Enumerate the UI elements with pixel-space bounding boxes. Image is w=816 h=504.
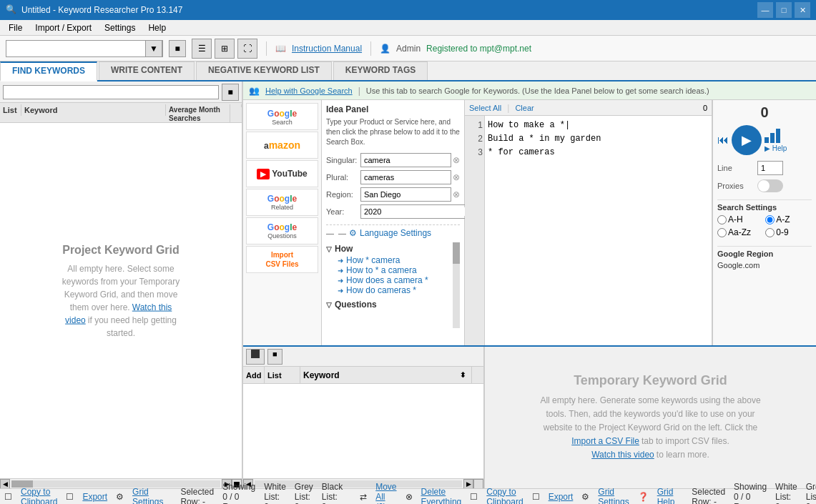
idea-scrollbar[interactable] xyxy=(453,242,460,328)
search-input[interactable] xyxy=(6,44,145,54)
idea-tree-list: ▽ How ➜ How * camera ➜ How to * a camera xyxy=(326,242,453,311)
radio-ah[interactable]: A-H xyxy=(717,214,762,224)
close-button[interactable]: ✕ xyxy=(795,2,810,18)
scroll-left-arrow[interactable]: ◀ xyxy=(0,479,10,489)
how-collapse-icon[interactable]: ▽ xyxy=(326,245,332,253)
copy-to-clipboard-left[interactable]: Copy to Clipboard xyxy=(21,487,57,505)
app-title: Untitled - Keyword Researcher Pro 13.147 xyxy=(21,5,757,15)
engine-youtube[interactable]: ▶ YouTube xyxy=(246,160,318,187)
region-input-wrapper xyxy=(360,187,451,202)
instruction-manual-link[interactable]: Instruction Manual xyxy=(292,44,362,54)
year-label: Year: xyxy=(326,207,360,216)
rc-player: ⏮ ▶ ▶ Help xyxy=(717,125,812,155)
tab-find-keywords[interactable]: FIND KEYWORDS xyxy=(0,61,97,81)
menu-import-export[interactable]: Import / Export xyxy=(29,21,97,34)
radio-aa-zz-label: Aa-Zz xyxy=(728,227,751,237)
grid-settings-left[interactable]: Grid Settings xyxy=(132,487,163,505)
radio-ah-input[interactable] xyxy=(717,215,727,224)
help-icon: 👥 xyxy=(249,86,260,96)
engine-google-search[interactable]: Google Search xyxy=(246,103,318,130)
help-link-rc[interactable]: ▶ Help xyxy=(765,144,787,152)
tabs-row: FIND KEYWORDS WRITE CONTENT NEGATIVE KEY… xyxy=(0,61,816,81)
export-left[interactable]: Export xyxy=(82,492,107,502)
kw-text-area[interactable]: How to make a *| Build a * in my garden … xyxy=(485,116,712,345)
sort-icon[interactable]: ⬍ xyxy=(460,371,468,379)
left-search-input[interactable] xyxy=(3,85,219,99)
region-input[interactable] xyxy=(364,190,448,199)
delete-everything-link[interactable]: Delete Everything xyxy=(421,487,462,505)
export-right[interactable]: Export xyxy=(549,492,574,502)
engine-google-related[interactable]: Google Related xyxy=(246,189,318,216)
bt-left-btn2[interactable]: ■ xyxy=(267,349,282,365)
radio-aa-zz[interactable]: Aa-Zz xyxy=(717,227,762,237)
google-related-logo: Google xyxy=(267,194,297,204)
kw-line-numbers: 1 2 3 xyxy=(465,116,485,345)
play-button[interactable]: ▶ xyxy=(732,125,762,155)
plural-input[interactable] xyxy=(364,173,448,182)
tab-negative-keyword[interactable]: NEGATIVE KEYWORD LIST xyxy=(196,61,332,80)
move-all-link[interactable]: Move All (0) xyxy=(375,482,396,505)
region-clear-icon[interactable]: ⊗ xyxy=(453,189,460,199)
google-region-title: Google Region xyxy=(717,249,812,258)
maximize-button[interactable]: □ xyxy=(776,2,792,18)
idea-tree-questions: ▽ Questions xyxy=(326,298,453,311)
radio-az[interactable]: A-Z xyxy=(765,214,810,224)
language-settings-link[interactable]: ⚙ Language Settings xyxy=(349,228,431,238)
idea-tree-how-camera[interactable]: ➜ How * camera xyxy=(326,255,453,265)
export-checkbox-left[interactable]: ☐ xyxy=(66,492,74,502)
toolbar-action-btn[interactable]: ■ xyxy=(169,40,186,57)
grid-help-link[interactable]: Grid Help xyxy=(657,487,675,505)
menu-file[interactable]: File xyxy=(3,21,28,34)
copy-checkbox-right[interactable]: ☐ xyxy=(470,492,478,502)
radio-0-9[interactable]: 0-9 xyxy=(765,227,810,237)
engine-amazon[interactable]: amazon xyxy=(246,132,318,159)
bottom-scroll-right[interactable]: ▶ xyxy=(463,479,473,489)
search-btn[interactable]: ▼ xyxy=(145,40,162,57)
view-expand-icon[interactable]: ⛶ xyxy=(237,39,257,59)
view-grid-icon[interactable]: ⊞ xyxy=(215,39,235,59)
idea-panel-title: Idea Panel xyxy=(326,104,460,114)
collapse-icon[interactable]: — xyxy=(326,229,334,237)
radio-0-9-input[interactable] xyxy=(765,228,775,237)
view-list-icon[interactable]: ☰ xyxy=(192,39,212,59)
singular-clear-icon[interactable]: ⊗ xyxy=(453,155,460,165)
delete-icon: ⊗ xyxy=(405,492,413,502)
proxies-toggle[interactable] xyxy=(757,179,783,192)
radio-aa-zz-input[interactable] xyxy=(717,228,727,237)
engine-google-questions[interactable]: Google Questions xyxy=(246,217,318,244)
menu-bar: File Import / Export Settings Help xyxy=(0,20,816,36)
copy-checkbox-left[interactable]: ☐ xyxy=(4,492,12,502)
tab-keyword-tags[interactable]: KEYWORD TAGS xyxy=(333,61,428,80)
idea-tree-how-does-camera[interactable]: ➜ How does a camera * xyxy=(326,275,453,285)
line-input[interactable] xyxy=(757,161,783,175)
idea-tree-how-do-cameras[interactable]: ➜ How do cameras * xyxy=(326,285,453,295)
idea-scrollbar-thumb[interactable] xyxy=(453,242,460,264)
menu-settings[interactable]: Settings xyxy=(99,21,141,34)
skip-back-icon[interactable]: ⏮ xyxy=(717,134,729,147)
bt-left-btn1[interactable] xyxy=(246,349,265,365)
singular-input[interactable] xyxy=(364,156,448,164)
import-csv-link[interactable]: Import a CSV File xyxy=(571,436,639,446)
minimize-button[interactable]: — xyxy=(757,2,773,18)
temp-grid-watermark: Temporary Keyword Grid All empty here. G… xyxy=(485,347,816,488)
year-input[interactable] xyxy=(361,207,466,216)
menu-help[interactable]: Help xyxy=(142,21,172,34)
export-checkbox-right[interactable]: ☐ xyxy=(532,492,540,502)
copy-to-clipboard-right[interactable]: Copy to Clipboard xyxy=(486,487,523,505)
select-all-link[interactable]: Select All xyxy=(469,104,501,112)
kw-textarea-container: 1 2 3 How to make a *| Build a * in my g… xyxy=(465,116,712,345)
clear-link[interactable]: Clear xyxy=(515,104,534,112)
search-box: ▼ xyxy=(6,40,163,57)
grid-settings-right[interactable]: Grid Settings xyxy=(598,487,629,505)
radio-az-input[interactable] xyxy=(765,215,775,224)
bt-color-box xyxy=(251,350,260,358)
left-search-btn[interactable]: ■ xyxy=(222,84,239,101)
engine-import-csv[interactable]: ImportCSV Files xyxy=(246,246,318,273)
tab-write-content[interactable]: WRITE CONTENT xyxy=(99,61,195,80)
idea-tree-how-to-camera[interactable]: ➜ How to * a camera xyxy=(326,265,453,275)
plural-clear-icon[interactable]: ⊗ xyxy=(453,172,460,182)
help-link[interactable]: Help with Google Search xyxy=(265,87,353,95)
left-panel: ■ List Keyword Average Month Searches Pr… xyxy=(0,81,243,488)
questions-collapse-icon[interactable]: ▽ xyxy=(326,301,332,309)
watch-video-link-2[interactable]: Watch this video xyxy=(591,450,654,460)
